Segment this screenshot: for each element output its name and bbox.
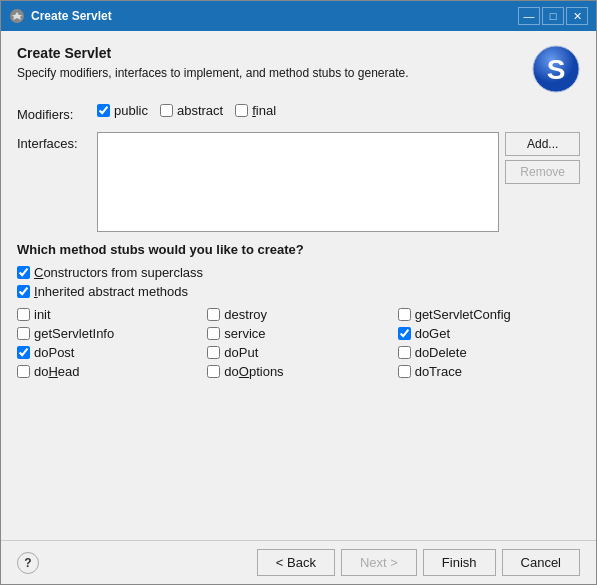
- cb-getServletInfo-label: getServletInfo: [34, 326, 114, 341]
- cb-doTrace-item[interactable]: doTrace: [398, 364, 580, 379]
- modifiers-row: Modifiers: public abstract final: [17, 103, 580, 126]
- modifiers-label: Modifiers:: [17, 107, 97, 122]
- cb-getServletConfig-item[interactable]: getServletConfig: [398, 307, 580, 322]
- help-button[interactable]: ?: [17, 552, 39, 574]
- back-button[interactable]: < Back: [257, 549, 335, 576]
- cb-doDelete-label: doDelete: [415, 345, 467, 360]
- cb-destroy-checkbox[interactable]: [207, 308, 220, 321]
- modifier-public-checkbox[interactable]: [97, 104, 110, 117]
- minimize-button[interactable]: —: [518, 7, 540, 25]
- header-text: Create Servlet Specify modifiers, interf…: [17, 45, 522, 82]
- cb-constructors-label: Constructors from superclass: [34, 265, 203, 280]
- cb-doHead-label: doHead: [34, 364, 80, 379]
- footer-left: ?: [17, 552, 39, 574]
- cb-inherited-item[interactable]: Inherited abstract methods: [17, 284, 580, 299]
- cb-doPost-checkbox[interactable]: [17, 346, 30, 359]
- dialog-content: Create Servlet Specify modifiers, interf…: [1, 31, 596, 540]
- cb-init-checkbox[interactable]: [17, 308, 30, 321]
- interfaces-listbox[interactable]: [97, 132, 499, 232]
- finish-button[interactable]: Finish: [423, 549, 496, 576]
- cb-getServletInfo-checkbox[interactable]: [17, 327, 30, 340]
- cb-getServletInfo-item[interactable]: getServletInfo: [17, 326, 199, 341]
- add-interface-button[interactable]: Add...: [505, 132, 580, 156]
- cb-destroy-item[interactable]: destroy: [207, 307, 389, 322]
- header-description: Specify modifiers, interfaces to impleme…: [17, 65, 522, 82]
- next-button[interactable]: Next >: [341, 549, 417, 576]
- modifier-final[interactable]: final: [235, 103, 276, 118]
- method-grid: init destroy getServletConfig getServlet…: [17, 307, 580, 379]
- interfaces-label: Interfaces:: [17, 132, 97, 151]
- cb-doPost-item[interactable]: doPost: [17, 345, 199, 360]
- title-bar: Create Servlet — □ ✕: [1, 1, 596, 31]
- cb-init-item[interactable]: init: [17, 307, 199, 322]
- svg-text:S: S: [547, 54, 566, 85]
- cb-doDelete-checkbox[interactable]: [398, 346, 411, 359]
- cb-doHead-item[interactable]: doHead: [17, 364, 199, 379]
- cb-doOptions-item[interactable]: doOptions: [207, 364, 389, 379]
- title-bar-text: Create Servlet: [31, 9, 512, 23]
- cb-doPut-label: doPut: [224, 345, 258, 360]
- remove-interface-button[interactable]: Remove: [505, 160, 580, 184]
- dialog-icon: [9, 8, 25, 24]
- header-title: Create Servlet: [17, 45, 522, 61]
- cb-getServletConfig-label: getServletConfig: [415, 307, 511, 322]
- close-button[interactable]: ✕: [566, 7, 588, 25]
- dialog-footer: ? < Back Next > Finish Cancel: [1, 540, 596, 584]
- cb-constructors-checkbox[interactable]: [17, 266, 30, 279]
- cb-doGet-label: doGet: [415, 326, 450, 341]
- header-section: Create Servlet Specify modifiers, interf…: [17, 45, 580, 93]
- interfaces-section: Interfaces: Add... Remove: [17, 132, 580, 232]
- cb-doTrace-label: doTrace: [415, 364, 462, 379]
- cb-doOptions-checkbox[interactable]: [207, 365, 220, 378]
- cb-destroy-label: destroy: [224, 307, 267, 322]
- cb-service-item[interactable]: service: [207, 326, 389, 341]
- cb-doOptions-label: doOptions: [224, 364, 283, 379]
- method-stubs-title: Which method stubs would you like to cre…: [17, 242, 580, 257]
- title-bar-controls: — □ ✕: [518, 7, 588, 25]
- cb-doPut-checkbox[interactable]: [207, 346, 220, 359]
- cb-getServletConfig-checkbox[interactable]: [398, 308, 411, 321]
- cb-doGet-item[interactable]: doGet: [398, 326, 580, 341]
- cb-doTrace-checkbox[interactable]: [398, 365, 411, 378]
- modifier-public-label: public: [114, 103, 148, 118]
- cb-constructors-item[interactable]: Constructors from superclass: [17, 265, 580, 280]
- modifier-abstract[interactable]: abstract: [160, 103, 223, 118]
- create-servlet-dialog: Create Servlet — □ ✕ Create Servlet Spec…: [0, 0, 597, 585]
- cb-service-label: service: [224, 326, 265, 341]
- modifier-abstract-checkbox[interactable]: [160, 104, 173, 117]
- modifier-final-checkbox[interactable]: [235, 104, 248, 117]
- top-checkboxes: Constructors from superclass Inherited a…: [17, 265, 580, 299]
- cb-inherited-checkbox[interactable]: [17, 285, 30, 298]
- cb-init-label: init: [34, 307, 51, 322]
- modifier-public[interactable]: public: [97, 103, 148, 118]
- method-stubs-section: Which method stubs would you like to cre…: [17, 242, 580, 389]
- cancel-button[interactable]: Cancel: [502, 549, 580, 576]
- header-logo: S: [532, 45, 580, 93]
- cb-doPut-item[interactable]: doPut: [207, 345, 389, 360]
- cb-service-checkbox[interactable]: [207, 327, 220, 340]
- cb-doDelete-item[interactable]: doDelete: [398, 345, 580, 360]
- modifier-abstract-label: abstract: [177, 103, 223, 118]
- cb-doPost-label: doPost: [34, 345, 74, 360]
- interfaces-buttons: Add... Remove: [505, 132, 580, 184]
- modifiers-checkboxes: public abstract final: [97, 103, 276, 118]
- maximize-button[interactable]: □: [542, 7, 564, 25]
- modifier-final-label: final: [252, 103, 276, 118]
- cb-doGet-checkbox[interactable]: [398, 327, 411, 340]
- cb-doHead-checkbox[interactable]: [17, 365, 30, 378]
- cb-inherited-label: Inherited abstract methods: [34, 284, 188, 299]
- footer-right: < Back Next > Finish Cancel: [257, 549, 580, 576]
